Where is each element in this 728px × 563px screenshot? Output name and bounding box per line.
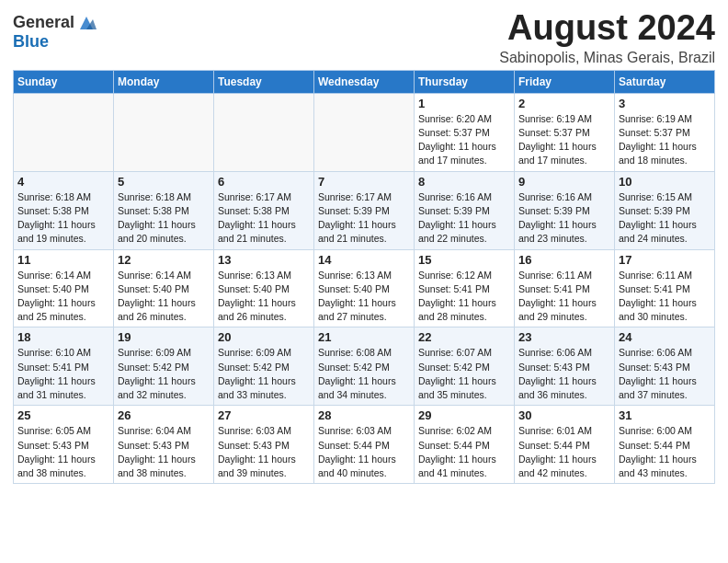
week-row-4: 25Sunrise: 6:05 AMSunset: 5:43 PMDayligh… (14, 406, 715, 484)
calendar-cell: 17Sunrise: 6:11 AMSunset: 5:41 PMDayligh… (615, 249, 715, 327)
calendar-cell: 30Sunrise: 6:01 AMSunset: 5:44 PMDayligh… (515, 406, 615, 484)
day-number: 8 (418, 175, 510, 189)
weekday-header-thursday: Thursday (415, 70, 515, 93)
day-info: Sunrise: 6:16 AMSunset: 5:39 PMDaylight:… (518, 190, 610, 247)
day-number: 23 (518, 330, 610, 344)
day-info: Sunrise: 6:14 AMSunset: 5:40 PMDaylight:… (17, 269, 109, 325)
logo-blue-text: Blue (13, 33, 97, 52)
day-info: Sunrise: 6:19 AMSunset: 5:37 PMDaylight:… (518, 112, 610, 168)
week-row-3: 18Sunrise: 6:10 AMSunset: 5:41 PMDayligh… (14, 327, 715, 406)
day-info: Sunrise: 6:03 AMSunset: 5:43 PMDaylight:… (218, 424, 310, 480)
calendar-cell: 31Sunrise: 6:00 AMSunset: 5:44 PMDayligh… (615, 406, 715, 484)
calendar-cell: 18Sunrise: 6:10 AMSunset: 5:41 PMDayligh… (14, 327, 114, 406)
day-number: 13 (218, 253, 310, 267)
calendar-cell: 16Sunrise: 6:11 AMSunset: 5:41 PMDayligh… (515, 249, 615, 327)
day-info: Sunrise: 6:19 AMSunset: 5:37 PMDaylight:… (619, 112, 711, 168)
day-info: Sunrise: 6:17 AMSunset: 5:39 PMDaylight:… (318, 190, 410, 247)
calendar-cell: 3Sunrise: 6:19 AMSunset: 5:37 PMDaylight… (615, 93, 715, 171)
day-number: 24 (619, 330, 711, 344)
day-number: 9 (518, 175, 610, 189)
day-info: Sunrise: 6:08 AMSunset: 5:42 PMDaylight:… (318, 346, 410, 402)
day-number: 3 (619, 97, 711, 110)
day-number: 6 (218, 175, 310, 189)
calendar-cell: 10Sunrise: 6:15 AMSunset: 5:39 PMDayligh… (615, 171, 715, 249)
calendar-cell: 24Sunrise: 6:06 AMSunset: 5:43 PMDayligh… (615, 327, 715, 406)
weekday-header-friday: Friday (515, 70, 615, 93)
day-number: 5 (118, 175, 210, 189)
calendar-cell: 23Sunrise: 6:06 AMSunset: 5:43 PMDayligh… (515, 327, 615, 406)
calendar-cell: 22Sunrise: 6:07 AMSunset: 5:42 PMDayligh… (415, 327, 515, 406)
calendar-cell: 8Sunrise: 6:16 AMSunset: 5:39 PMDaylight… (415, 171, 515, 249)
day-info: Sunrise: 6:18 AMSunset: 5:38 PMDaylight:… (118, 190, 210, 247)
day-number: 10 (619, 175, 711, 189)
day-number: 17 (619, 253, 711, 267)
weekday-header-tuesday: Tuesday (214, 70, 314, 93)
day-info: Sunrise: 6:06 AMSunset: 5:43 PMDaylight:… (518, 346, 610, 402)
day-info: Sunrise: 6:13 AMSunset: 5:40 PMDaylight:… (218, 269, 310, 325)
weekday-header-monday: Monday (114, 70, 214, 93)
day-number: 28 (318, 408, 410, 422)
calendar-cell: 13Sunrise: 6:13 AMSunset: 5:40 PMDayligh… (214, 249, 314, 327)
day-info: Sunrise: 6:11 AMSunset: 5:41 PMDaylight:… (619, 269, 711, 325)
calendar-cell: 21Sunrise: 6:08 AMSunset: 5:42 PMDayligh… (314, 327, 415, 406)
day-number: 29 (418, 408, 510, 422)
calendar-cell: 1Sunrise: 6:20 AMSunset: 5:37 PMDaylight… (415, 93, 515, 171)
day-info: Sunrise: 6:06 AMSunset: 5:43 PMDaylight:… (619, 346, 711, 402)
weekday-header-sunday: Sunday (14, 70, 114, 93)
calendar-cell: 27Sunrise: 6:03 AMSunset: 5:43 PMDayligh… (214, 406, 314, 484)
calendar-cell: 19Sunrise: 6:09 AMSunset: 5:42 PMDayligh… (114, 327, 214, 406)
day-number: 19 (118, 330, 210, 344)
day-number: 21 (318, 330, 410, 344)
day-number: 11 (17, 253, 109, 267)
day-info: Sunrise: 6:00 AMSunset: 5:44 PMDaylight:… (619, 424, 711, 480)
day-number: 25 (17, 408, 109, 422)
calendar-cell: 20Sunrise: 6:09 AMSunset: 5:42 PMDayligh… (214, 327, 314, 406)
day-number: 16 (518, 253, 610, 267)
week-row-2: 11Sunrise: 6:14 AMSunset: 5:40 PMDayligh… (14, 249, 715, 327)
calendar-cell (14, 93, 114, 171)
page: General Blue August 2024 Sabinopolis, Mi… (0, 0, 728, 563)
day-info: Sunrise: 6:10 AMSunset: 5:41 PMDaylight:… (17, 346, 109, 402)
day-info: Sunrise: 6:14 AMSunset: 5:40 PMDaylight:… (118, 269, 210, 325)
week-row-0: 1Sunrise: 6:20 AMSunset: 5:37 PMDaylight… (14, 93, 715, 171)
day-info: Sunrise: 6:05 AMSunset: 5:43 PMDaylight:… (17, 424, 109, 480)
day-info: Sunrise: 6:09 AMSunset: 5:42 PMDaylight:… (118, 346, 210, 402)
weekday-header-wednesday: Wednesday (314, 70, 415, 93)
day-info: Sunrise: 6:12 AMSunset: 5:41 PMDaylight:… (418, 269, 510, 325)
calendar-cell: 12Sunrise: 6:14 AMSunset: 5:40 PMDayligh… (114, 249, 214, 327)
day-number: 2 (518, 97, 610, 110)
day-info: Sunrise: 6:20 AMSunset: 5:37 PMDaylight:… (418, 112, 510, 168)
day-number: 15 (418, 253, 510, 267)
day-number: 31 (619, 408, 711, 422)
day-number: 30 (518, 408, 610, 422)
weekday-row: SundayMondayTuesdayWednesdayThursdayFrid… (14, 70, 715, 93)
day-info: Sunrise: 6:17 AMSunset: 5:38 PMDaylight:… (218, 190, 310, 247)
day-info: Sunrise: 6:13 AMSunset: 5:40 PMDaylight:… (318, 269, 410, 325)
day-number: 4 (17, 175, 109, 189)
day-number: 27 (218, 408, 310, 422)
day-number: 14 (318, 253, 410, 267)
day-info: Sunrise: 6:11 AMSunset: 5:41 PMDaylight:… (518, 269, 610, 325)
day-info: Sunrise: 6:15 AMSunset: 5:39 PMDaylight:… (619, 190, 711, 247)
calendar-cell: 25Sunrise: 6:05 AMSunset: 5:43 PMDayligh… (14, 406, 114, 484)
day-info: Sunrise: 6:03 AMSunset: 5:44 PMDaylight:… (318, 424, 410, 480)
calendar-cell: 11Sunrise: 6:14 AMSunset: 5:40 PMDayligh… (14, 249, 114, 327)
calendar-body: 1Sunrise: 6:20 AMSunset: 5:37 PMDaylight… (14, 93, 715, 483)
calendar-table: SundayMondayTuesdayWednesdayThursdayFrid… (13, 70, 715, 484)
calendar-cell: 2Sunrise: 6:19 AMSunset: 5:37 PMDaylight… (515, 93, 615, 171)
calendar-cell: 15Sunrise: 6:12 AMSunset: 5:41 PMDayligh… (415, 249, 515, 327)
calendar-cell: 9Sunrise: 6:16 AMSunset: 5:39 PMDaylight… (515, 171, 615, 249)
day-info: Sunrise: 6:07 AMSunset: 5:42 PMDaylight:… (418, 346, 510, 402)
location-title: Sabinopolis, Minas Gerais, Brazil (499, 50, 715, 66)
calendar-cell: 26Sunrise: 6:04 AMSunset: 5:43 PMDayligh… (114, 406, 214, 484)
title-block: August 2024 Sabinopolis, Minas Gerais, B… (499, 9, 715, 66)
calendar-cell: 28Sunrise: 6:03 AMSunset: 5:44 PMDayligh… (314, 406, 415, 484)
day-info: Sunrise: 6:04 AMSunset: 5:43 PMDaylight:… (118, 424, 210, 480)
calendar-cell: 4Sunrise: 6:18 AMSunset: 5:38 PMDaylight… (14, 171, 114, 249)
calendar-cell: 29Sunrise: 6:02 AMSunset: 5:44 PMDayligh… (415, 406, 515, 484)
month-title: August 2024 (499, 9, 715, 48)
day-number: 20 (218, 330, 310, 344)
header: General Blue August 2024 Sabinopolis, Mi… (13, 9, 715, 66)
calendar-cell (314, 93, 415, 171)
calendar-cell (214, 93, 314, 171)
